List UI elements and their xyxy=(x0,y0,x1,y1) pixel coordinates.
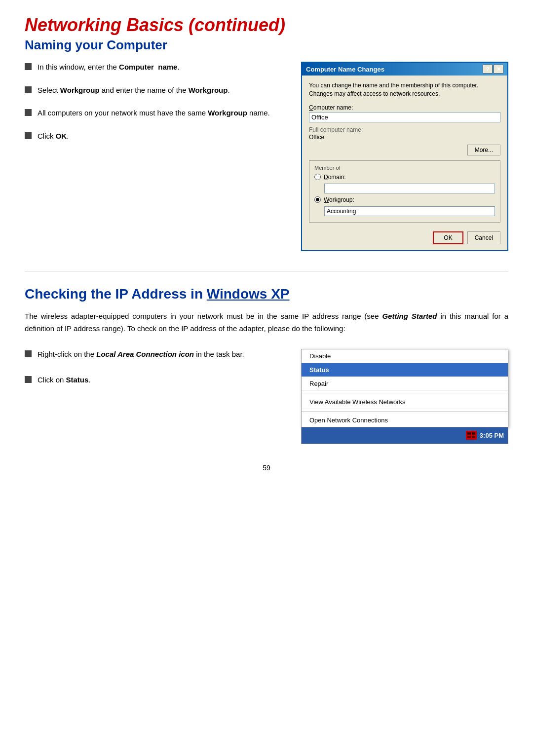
bottom-section: Right-click on the Local Area Connection… xyxy=(25,349,508,444)
bullet-icon xyxy=(25,376,32,383)
workgroup-radio-row: Workgroup: xyxy=(314,196,495,203)
computer-name-input[interactable] xyxy=(309,112,500,122)
list-item-text: Select Workgroup and enter the name of t… xyxy=(38,85,230,96)
list-item-text: In this window, enter the Computer name. xyxy=(38,62,180,73)
menu-item-open-connections[interactable]: Open Network Connections xyxy=(302,414,508,427)
domain-radio-row: Domain: xyxy=(314,174,495,181)
ip-title-text: Checking the IP Address in xyxy=(25,286,207,302)
menu-item-wireless-networks[interactable]: View Available Wireless Networks xyxy=(302,395,508,409)
bottom-bullet-list: Right-click on the Local Area Connection… xyxy=(25,349,291,444)
top-section: In this window, enter the Computer name.… xyxy=(25,62,508,251)
domain-label: Domain: xyxy=(324,174,346,181)
taskbar-strip: 3:05 PM xyxy=(301,427,508,444)
bullet-icon xyxy=(25,132,32,139)
menu-item-disable[interactable]: Disable xyxy=(302,349,508,363)
menu-separator xyxy=(302,411,508,412)
svg-rect-1 xyxy=(472,432,475,435)
computer-name-label: Computer name: xyxy=(309,104,500,111)
list-item-text: All computers on your network must have … xyxy=(38,108,270,119)
list-item-text: Click on Status. xyxy=(38,375,91,386)
list-item: Click OK. xyxy=(25,131,286,142)
workgroup-input[interactable] xyxy=(324,206,495,216)
domain-radio[interactable] xyxy=(314,174,321,180)
ip-description: The wireless adapter-equipped computers … xyxy=(25,310,508,335)
dialog-body: You can change the name and the membersh… xyxy=(302,76,507,250)
taskbar-time: 3:05 PM xyxy=(480,432,504,439)
more-row: More... xyxy=(309,145,500,155)
member-of-group: Member of Domain: Workgroup: xyxy=(309,160,500,223)
context-menu: Disable Status Repair View Available Wir… xyxy=(301,349,508,427)
bullet-icon xyxy=(25,350,32,357)
naming-bullet-list: In this window, enter the Computer name.… xyxy=(25,62,286,251)
menu-item-status[interactable]: Status xyxy=(302,363,508,377)
more-button[interactable]: More... xyxy=(467,145,500,155)
section-divider xyxy=(25,271,508,271)
ok-button[interactable]: OK xyxy=(433,231,463,244)
dialog-titlebar: Computer Name Changes ? ✕ xyxy=(302,63,507,76)
list-item-text: Click OK. xyxy=(38,131,69,142)
svg-rect-3 xyxy=(472,436,475,438)
domain-input[interactable] xyxy=(324,184,495,193)
menu-item-repair[interactable]: Repair xyxy=(302,377,508,391)
dialog-description: You can change the name and the membersh… xyxy=(309,81,500,98)
dialog-title: Computer Name Changes xyxy=(306,66,384,73)
list-item: Select Workgroup and enter the name of t… xyxy=(25,85,286,96)
context-menu-wrapper: Disable Status Repair View Available Wir… xyxy=(301,349,508,444)
full-computer-name-value: Office xyxy=(309,134,500,141)
member-of-title: Member of xyxy=(314,165,495,171)
network-icon xyxy=(467,432,476,439)
menu-separator xyxy=(302,393,508,393)
dialog-button-row: OK Cancel xyxy=(309,227,500,244)
list-item: In this window, enter the Computer name. xyxy=(25,62,286,73)
dialog-close-button[interactable]: ✕ xyxy=(494,65,503,74)
list-item: Right-click on the Local Area Connection… xyxy=(25,349,291,360)
main-title: Networking Basics (continued) xyxy=(25,15,508,36)
list-item: All computers on your network must have … xyxy=(25,108,286,119)
page-number: 59 xyxy=(25,464,508,472)
workgroup-radio[interactable] xyxy=(314,196,321,203)
bullet-icon xyxy=(25,109,32,116)
bullet-icon xyxy=(25,63,32,70)
svg-rect-0 xyxy=(467,432,471,435)
full-computer-name-label: Full computer name: xyxy=(309,126,500,133)
windows-xp-link[interactable]: Windows XP xyxy=(207,286,290,302)
svg-rect-2 xyxy=(467,436,471,438)
dialog-help-button[interactable]: ? xyxy=(483,65,493,74)
ip-section-title: Checking the IP Address in Windows XP xyxy=(25,286,508,302)
network-tray-icon xyxy=(466,431,477,440)
bullet-icon xyxy=(25,86,32,93)
sub-title: Naming your Computer xyxy=(25,38,508,53)
list-item: Click on Status. xyxy=(25,375,291,386)
dialog-title-buttons: ? ✕ xyxy=(483,65,503,74)
computer-name-dialog: Computer Name Changes ? ✕ You can change… xyxy=(301,62,508,251)
workgroup-label: Workgroup: xyxy=(324,196,354,203)
cancel-button[interactable]: Cancel xyxy=(467,231,500,244)
list-item-text: Right-click on the Local Area Connection… xyxy=(38,349,244,360)
